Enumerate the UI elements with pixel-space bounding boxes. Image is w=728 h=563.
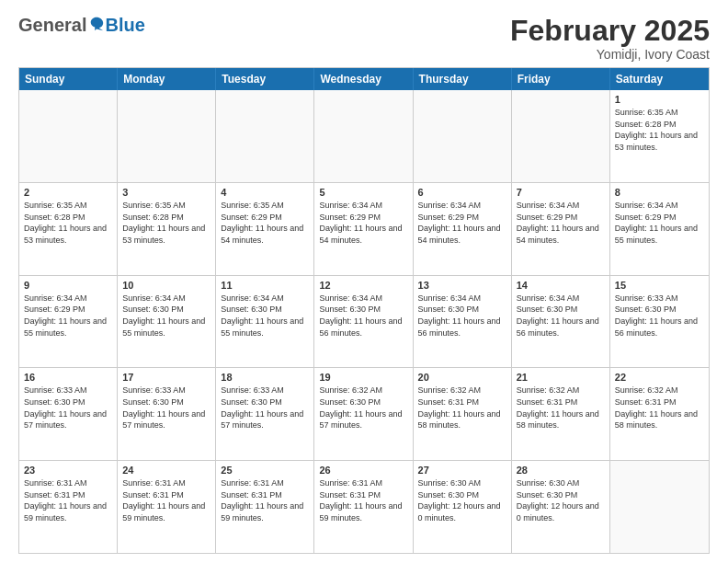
cell-info: Sunrise: 6:34 AM Sunset: 6:29 PM Dayligh… (418, 200, 506, 246)
calendar-cell: 14Sunrise: 6:34 AM Sunset: 6:30 PM Dayli… (512, 276, 610, 368)
calendar-cell: 3Sunrise: 6:35 AM Sunset: 6:28 PM Daylig… (118, 183, 216, 275)
day-number: 27 (418, 465, 506, 476)
calendar-cell: 18Sunrise: 6:33 AM Sunset: 6:30 PM Dayli… (216, 368, 314, 460)
calendar-cell: 26Sunrise: 6:31 AM Sunset: 6:31 PM Dayli… (314, 461, 413, 553)
day-number: 17 (122, 372, 210, 383)
day-number: 6 (418, 187, 506, 198)
cell-info: Sunrise: 6:32 AM Sunset: 6:31 PM Dayligh… (418, 385, 506, 431)
title-block: February 2025 Yomidji, Ivory Coast (510, 15, 710, 62)
day-number: 7 (517, 187, 605, 198)
header-day-tuesday: Tuesday (216, 68, 314, 90)
cell-info: Sunrise: 6:32 AM Sunset: 6:30 PM Dayligh… (319, 385, 407, 431)
day-number: 11 (221, 280, 309, 291)
calendar: SundayMondayTuesdayWednesdayThursdayFrid… (18, 67, 710, 554)
cell-info: Sunrise: 6:35 AM Sunset: 6:28 PM Dayligh… (615, 107, 704, 153)
logo-text: General Blue (18, 15, 145, 36)
day-number: 24 (122, 465, 210, 476)
page: General Blue February 2025 Yomidji, Ivor… (0, 0, 728, 563)
cell-info: Sunrise: 6:32 AM Sunset: 6:31 PM Dayligh… (517, 385, 605, 431)
calendar-cell (512, 90, 610, 182)
day-number: 22 (615, 372, 704, 383)
calendar-row-4: 16Sunrise: 6:33 AM Sunset: 6:30 PM Dayli… (19, 368, 709, 461)
calendar-cell: 28Sunrise: 6:30 AM Sunset: 6:30 PM Dayli… (512, 461, 610, 553)
calendar-cell (19, 90, 118, 182)
calendar-cell (610, 461, 709, 553)
cell-info: Sunrise: 6:33 AM Sunset: 6:30 PM Dayligh… (24, 385, 112, 431)
cell-info: Sunrise: 6:35 AM Sunset: 6:29 PM Dayligh… (221, 200, 309, 246)
header-day-saturday: Saturday (610, 68, 709, 90)
calendar-cell: 10Sunrise: 6:34 AM Sunset: 6:30 PM Dayli… (118, 276, 216, 368)
cell-info: Sunrise: 6:34 AM Sunset: 6:29 PM Dayligh… (517, 200, 605, 246)
calendar-header: SundayMondayTuesdayWednesdayThursdayFrid… (19, 68, 709, 90)
calendar-cell: 23Sunrise: 6:31 AM Sunset: 6:31 PM Dayli… (19, 461, 118, 553)
cell-info: Sunrise: 6:30 AM Sunset: 6:30 PM Dayligh… (418, 477, 506, 523)
calendar-cell: 20Sunrise: 6:32 AM Sunset: 6:31 PM Dayli… (414, 368, 512, 460)
cell-info: Sunrise: 6:31 AM Sunset: 6:31 PM Dayligh… (221, 477, 309, 523)
day-number: 1 (615, 94, 704, 105)
day-number: 8 (615, 187, 704, 198)
calendar-cell: 24Sunrise: 6:31 AM Sunset: 6:31 PM Dayli… (118, 461, 216, 553)
location: Yomidji, Ivory Coast (510, 47, 710, 62)
logo-general: General (18, 15, 86, 36)
header-day-sunday: Sunday (19, 68, 118, 90)
calendar-cell: 8Sunrise: 6:34 AM Sunset: 6:29 PM Daylig… (610, 183, 709, 275)
calendar-cell: 2Sunrise: 6:35 AM Sunset: 6:28 PM Daylig… (19, 183, 118, 275)
cell-info: Sunrise: 6:31 AM Sunset: 6:31 PM Dayligh… (24, 477, 112, 523)
calendar-cell: 27Sunrise: 6:30 AM Sunset: 6:30 PM Dayli… (414, 461, 512, 553)
calendar-cell: 13Sunrise: 6:34 AM Sunset: 6:30 PM Dayli… (414, 276, 512, 368)
calendar-cell: 7Sunrise: 6:34 AM Sunset: 6:29 PM Daylig… (512, 183, 610, 275)
calendar-cell: 11Sunrise: 6:34 AM Sunset: 6:30 PM Dayli… (216, 276, 314, 368)
cell-info: Sunrise: 6:35 AM Sunset: 6:28 PM Dayligh… (122, 200, 210, 246)
cell-info: Sunrise: 6:34 AM Sunset: 6:29 PM Dayligh… (615, 200, 704, 246)
day-number: 5 (319, 187, 407, 198)
cell-info: Sunrise: 6:34 AM Sunset: 6:30 PM Dayligh… (221, 293, 309, 339)
calendar-cell: 19Sunrise: 6:32 AM Sunset: 6:30 PM Dayli… (314, 368, 413, 460)
day-number: 15 (615, 280, 704, 291)
calendar-row-2: 2Sunrise: 6:35 AM Sunset: 6:28 PM Daylig… (19, 183, 709, 276)
calendar-cell: 9Sunrise: 6:34 AM Sunset: 6:29 PM Daylig… (19, 276, 118, 368)
calendar-cell: 6Sunrise: 6:34 AM Sunset: 6:29 PM Daylig… (414, 183, 512, 275)
day-number: 14 (517, 280, 605, 291)
day-number: 25 (221, 465, 309, 476)
cell-info: Sunrise: 6:33 AM Sunset: 6:30 PM Dayligh… (615, 293, 704, 339)
day-number: 13 (418, 280, 506, 291)
day-number: 4 (221, 187, 309, 198)
calendar-cell: 4Sunrise: 6:35 AM Sunset: 6:29 PM Daylig… (216, 183, 314, 275)
logo: General Blue (18, 15, 145, 36)
cell-info: Sunrise: 6:31 AM Sunset: 6:31 PM Dayligh… (122, 477, 210, 523)
calendar-cell: 5Sunrise: 6:34 AM Sunset: 6:29 PM Daylig… (314, 183, 413, 275)
day-number: 23 (24, 465, 112, 476)
calendar-cell: 1Sunrise: 6:35 AM Sunset: 6:28 PM Daylig… (610, 90, 709, 182)
calendar-row-1: 1Sunrise: 6:35 AM Sunset: 6:28 PM Daylig… (19, 90, 709, 183)
cell-info: Sunrise: 6:35 AM Sunset: 6:28 PM Dayligh… (24, 200, 112, 246)
cell-info: Sunrise: 6:33 AM Sunset: 6:30 PM Dayligh… (221, 385, 309, 431)
header-day-wednesday: Wednesday (314, 68, 413, 90)
calendar-cell: 16Sunrise: 6:33 AM Sunset: 6:30 PM Dayli… (19, 368, 118, 460)
header: General Blue February 2025 Yomidji, Ivor… (18, 15, 710, 62)
cell-info: Sunrise: 6:32 AM Sunset: 6:31 PM Dayligh… (615, 385, 704, 431)
header-day-thursday: Thursday (414, 68, 512, 90)
calendar-cell: 25Sunrise: 6:31 AM Sunset: 6:31 PM Dayli… (216, 461, 314, 553)
day-number: 28 (517, 465, 605, 476)
logo-blue: Blue (105, 15, 144, 36)
calendar-row-5: 23Sunrise: 6:31 AM Sunset: 6:31 PM Dayli… (19, 461, 709, 553)
cell-info: Sunrise: 6:34 AM Sunset: 6:30 PM Dayligh… (517, 293, 605, 339)
month-title: February 2025 (510, 15, 710, 47)
cell-info: Sunrise: 6:30 AM Sunset: 6:30 PM Dayligh… (517, 477, 605, 523)
calendar-body: 1Sunrise: 6:35 AM Sunset: 6:28 PM Daylig… (19, 90, 709, 553)
logo-bird-icon (88, 16, 105, 32)
day-number: 3 (122, 187, 210, 198)
calendar-cell: 22Sunrise: 6:32 AM Sunset: 6:31 PM Dayli… (610, 368, 709, 460)
day-number: 12 (319, 280, 407, 291)
cell-info: Sunrise: 6:34 AM Sunset: 6:30 PM Dayligh… (418, 293, 506, 339)
calendar-cell (314, 90, 413, 182)
calendar-cell (118, 90, 216, 182)
day-number: 21 (517, 372, 605, 383)
cell-info: Sunrise: 6:34 AM Sunset: 6:29 PM Dayligh… (319, 200, 407, 246)
day-number: 9 (24, 280, 112, 291)
calendar-cell (414, 90, 512, 182)
header-day-friday: Friday (512, 68, 610, 90)
calendar-cell: 15Sunrise: 6:33 AM Sunset: 6:30 PM Dayli… (610, 276, 709, 368)
calendar-cell (216, 90, 314, 182)
day-number: 2 (24, 187, 112, 198)
